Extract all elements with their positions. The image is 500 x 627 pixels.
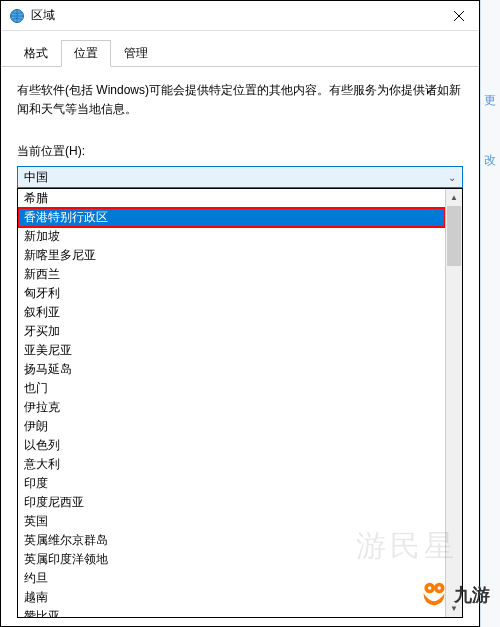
scroll-track[interactable]	[446, 206, 462, 600]
selected-value: 中国	[24, 169, 48, 186]
side-text-1: 更	[484, 92, 496, 109]
tab-content: 有些软件(包括 Windows)可能会提供特定位置的其他内容。有些服务为你提供诸…	[1, 67, 479, 202]
svg-point-3	[428, 586, 432, 590]
globe-icon	[9, 8, 25, 24]
side-text-2: 改	[484, 152, 496, 169]
tab-strip: 格式 位置 管理	[1, 31, 479, 67]
brand-icon	[420, 581, 448, 609]
dropdown-item[interactable]: 新喀里多尼亚	[18, 246, 445, 265]
dropdown-item[interactable]: 牙买加	[18, 322, 445, 341]
dropdown-item[interactable]: 扬马延岛	[18, 360, 445, 379]
dropdown-item[interactable]: 约旦	[18, 569, 445, 588]
dropdown-item[interactable]: 英属印度洋领地	[18, 550, 445, 569]
dropdown-item[interactable]: 越南	[18, 588, 445, 607]
close-icon	[454, 11, 464, 21]
location-dropdown: 希腊香港特别行政区新加坡新喀里多尼亚新西兰匈牙利叙利亚牙买加亚美尼亚扬马延岛也门…	[17, 188, 463, 618]
dropdown-item[interactable]: 也门	[18, 379, 445, 398]
dropdown-item[interactable]: 希腊	[18, 189, 445, 208]
tab-admin[interactable]: 管理	[111, 40, 161, 67]
dropdown-item[interactable]: 英属维尔京群岛	[18, 531, 445, 550]
location-label: 当前位置(H):	[17, 143, 463, 160]
tab-format[interactable]: 格式	[11, 40, 61, 67]
dropdown-item[interactable]: 印度尼西亚	[18, 493, 445, 512]
dropdown-item[interactable]: 英国	[18, 512, 445, 531]
dropdown-item[interactable]: 亚美尼亚	[18, 341, 445, 360]
location-select[interactable]: 中国 ⌄	[17, 166, 463, 188]
location-select-wrap: 中国 ⌄ 希腊香港特别行政区新加坡新喀里多尼亚新西兰匈牙利叙利亚牙买加亚美尼亚扬…	[17, 166, 463, 188]
scroll-thumb[interactable]	[447, 206, 461, 266]
scrollbar[interactable]: ▲ ▼	[445, 189, 462, 617]
dropdown-item[interactable]: 伊拉克	[18, 398, 445, 417]
dropdown-item[interactable]: 新加坡	[18, 227, 445, 246]
brand-badge: 九游	[420, 581, 490, 609]
dropdown-item[interactable]: 叙利亚	[18, 303, 445, 322]
brand-name: 九游	[454, 583, 490, 607]
close-button[interactable]	[439, 1, 479, 31]
region-dialog: 区域 格式 位置 管理 有些软件(包括 Windows)可能会提供特定位置的其他…	[0, 0, 480, 627]
window-title: 区域	[31, 7, 439, 24]
dropdown-item[interactable]: 印度	[18, 474, 445, 493]
dropdown-list: 希腊香港特别行政区新加坡新喀里多尼亚新西兰匈牙利叙利亚牙买加亚美尼亚扬马延岛也门…	[18, 189, 445, 617]
chevron-down-icon: ⌄	[448, 172, 456, 183]
description-text: 有些软件(包括 Windows)可能会提供特定位置的其他内容。有些服务为你提供诸…	[17, 81, 463, 119]
svg-point-4	[438, 586, 442, 590]
dropdown-item[interactable]: 赞比亚	[18, 607, 445, 617]
dropdown-item[interactable]: 意大利	[18, 455, 445, 474]
dropdown-item[interactable]: 香港特别行政区	[18, 208, 445, 227]
dropdown-item[interactable]: 以色列	[18, 436, 445, 455]
dropdown-item[interactable]: 伊朗	[18, 417, 445, 436]
scroll-up-button[interactable]: ▲	[446, 189, 462, 206]
tab-location[interactable]: 位置	[61, 40, 111, 67]
side-panel: 更 改	[480, 0, 500, 627]
dropdown-item[interactable]: 新西兰	[18, 265, 445, 284]
dropdown-item[interactable]: 匈牙利	[18, 284, 445, 303]
titlebar: 区域	[1, 1, 479, 31]
